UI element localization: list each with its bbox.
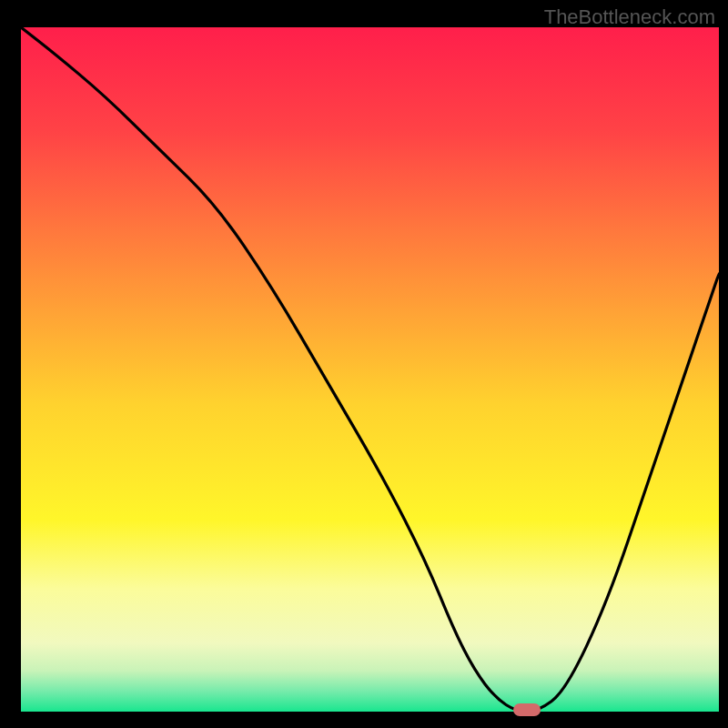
bottleneck-chart (0, 0, 728, 728)
watermark-text: TheBottleneck.com (544, 5, 715, 29)
optimal-marker (513, 703, 541, 716)
chart-frame: TheBottleneck.com (0, 0, 728, 728)
plot-background (21, 27, 719, 712)
